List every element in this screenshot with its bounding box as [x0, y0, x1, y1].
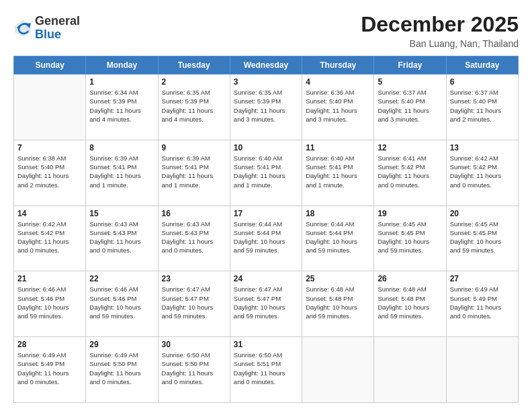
- day-info: Sunrise: 6:48 AMSunset: 5:48 PMDaylight:…: [378, 285, 442, 320]
- day-info: Sunrise: 6:47 AMSunset: 5:47 PMDaylight:…: [162, 285, 226, 320]
- calendar-cell: 25Sunrise: 6:48 AMSunset: 5:48 PMDayligh…: [302, 271, 374, 337]
- header-monday: Monday: [86, 56, 158, 75]
- calendar-cell: 14Sunrise: 6:42 AMSunset: 5:42 PMDayligh…: [14, 205, 86, 271]
- day-info: Sunrise: 6:49 AMSunset: 5:50 PMDaylight:…: [89, 351, 154, 386]
- day-info: Sunrise: 6:37 AMSunset: 5:40 PMDaylight:…: [450, 88, 515, 124]
- day-number: 13: [450, 143, 515, 152]
- day-info: Sunrise: 6:42 AMSunset: 5:42 PMDaylight:…: [17, 220, 82, 255]
- day-number: 27: [450, 274, 515, 283]
- day-info: Sunrise: 6:48 AMSunset: 5:48 PMDaylight:…: [306, 285, 370, 320]
- day-info: Sunrise: 6:43 AMSunset: 5:43 PMDaylight:…: [89, 220, 154, 255]
- day-number: 12: [378, 143, 442, 152]
- day-number: 21: [17, 274, 82, 283]
- day-info: Sunrise: 6:49 AMSunset: 5:49 PMDaylight:…: [450, 285, 515, 320]
- calendar-cell: 7Sunrise: 6:38 AMSunset: 5:40 PMDaylight…: [14, 140, 86, 205]
- logo-icon: [13, 19, 32, 38]
- day-info: Sunrise: 6:37 AMSunset: 5:40 PMDaylight:…: [378, 88, 442, 124]
- calendar-cell: 12Sunrise: 6:41 AMSunset: 5:42 PMDayligh…: [374, 140, 446, 205]
- calendar-cell: 1Sunrise: 6:34 AMSunset: 5:39 PMDaylight…: [86, 75, 158, 140]
- calendar-week-2: 7Sunrise: 6:38 AMSunset: 5:40 PMDaylight…: [14, 140, 519, 205]
- logo-blue: Blue: [35, 28, 61, 41]
- calendar-table: Sunday Monday Tuesday Wednesday Thursday…: [13, 56, 519, 403]
- day-number: 5: [378, 77, 442, 87]
- header-saturday: Saturday: [446, 56, 518, 75]
- day-number: 30: [162, 340, 226, 349]
- calendar-week-4: 21Sunrise: 6:46 AMSunset: 5:46 PMDayligh…: [14, 271, 519, 337]
- calendar-cell: 28Sunrise: 6:49 AMSunset: 5:49 PMDayligh…: [14, 337, 86, 403]
- calendar-cell: 22Sunrise: 6:46 AMSunset: 5:46 PMDayligh…: [86, 271, 158, 337]
- calendar-cell: 20Sunrise: 6:45 AMSunset: 5:45 PMDayligh…: [446, 205, 518, 271]
- calendar-week-1: 1Sunrise: 6:34 AMSunset: 5:39 PMDaylight…: [14, 75, 519, 140]
- day-info: Sunrise: 6:50 AMSunset: 5:51 PMDaylight:…: [234, 351, 298, 386]
- calendar-cell: 17Sunrise: 6:44 AMSunset: 5:44 PMDayligh…: [230, 205, 302, 271]
- day-number: 1: [89, 77, 154, 87]
- logo-general: General: [35, 14, 80, 28]
- calendar-cell: 30Sunrise: 6:50 AMSunset: 5:50 PMDayligh…: [158, 337, 230, 403]
- calendar-cell: 2Sunrise: 6:35 AMSunset: 5:39 PMDaylight…: [158, 75, 230, 140]
- calendar-cell: 10Sunrise: 6:40 AMSunset: 5:41 PMDayligh…: [230, 140, 302, 205]
- day-info: Sunrise: 6:44 AMSunset: 5:44 PMDaylight:…: [234, 220, 298, 255]
- logo-text: General Blue: [35, 15, 80, 42]
- day-info: Sunrise: 6:35 AMSunset: 5:39 PMDaylight:…: [162, 88, 226, 124]
- header-sunday: Sunday: [14, 56, 86, 75]
- day-info: Sunrise: 6:44 AMSunset: 5:44 PMDaylight:…: [306, 220, 370, 255]
- day-number: 7: [17, 143, 82, 152]
- day-info: Sunrise: 6:50 AMSunset: 5:50 PMDaylight:…: [162, 351, 226, 386]
- calendar-week-3: 14Sunrise: 6:42 AMSunset: 5:42 PMDayligh…: [14, 205, 519, 271]
- day-number: 24: [234, 274, 298, 283]
- page: General Blue December 2025 Ban Luang, Na…: [0, 0, 532, 411]
- header-wednesday: Wednesday: [230, 56, 302, 75]
- calendar-cell: 18Sunrise: 6:44 AMSunset: 5:44 PMDayligh…: [302, 205, 374, 271]
- day-number: 8: [89, 143, 154, 152]
- calendar-cell: [446, 337, 518, 403]
- calendar-cell: 4Sunrise: 6:36 AMSunset: 5:40 PMDaylight…: [302, 75, 374, 140]
- calendar-cell: 24Sunrise: 6:47 AMSunset: 5:47 PMDayligh…: [230, 271, 302, 337]
- calendar-cell: 5Sunrise: 6:37 AMSunset: 5:40 PMDaylight…: [374, 75, 446, 140]
- day-info: Sunrise: 6:49 AMSunset: 5:49 PMDaylight:…: [17, 351, 82, 386]
- calendar-cell: 16Sunrise: 6:43 AMSunset: 5:43 PMDayligh…: [158, 205, 230, 271]
- day-info: Sunrise: 6:34 AMSunset: 5:39 PMDaylight:…: [89, 88, 154, 124]
- calendar-cell: 19Sunrise: 6:45 AMSunset: 5:45 PMDayligh…: [374, 205, 446, 271]
- calendar-cell: [302, 337, 374, 403]
- calendar-header-row: Sunday Monday Tuesday Wednesday Thursday…: [14, 56, 519, 75]
- day-number: 2: [162, 77, 226, 87]
- day-number: 31: [234, 340, 298, 349]
- day-number: 25: [306, 274, 370, 283]
- day-number: 22: [89, 274, 154, 283]
- day-info: Sunrise: 6:45 AMSunset: 5:45 PMDaylight:…: [450, 220, 515, 255]
- day-number: 16: [162, 209, 226, 218]
- calendar-cell: 26Sunrise: 6:48 AMSunset: 5:48 PMDayligh…: [374, 271, 446, 337]
- day-info: Sunrise: 6:39 AMSunset: 5:41 PMDaylight:…: [162, 154, 226, 189]
- day-number: 17: [234, 209, 298, 218]
- day-number: 19: [378, 209, 442, 218]
- day-info: Sunrise: 6:38 AMSunset: 5:40 PMDaylight:…: [17, 154, 82, 189]
- day-info: Sunrise: 6:40 AMSunset: 5:41 PMDaylight:…: [234, 154, 298, 189]
- calendar-cell: [14, 75, 86, 140]
- day-info: Sunrise: 6:36 AMSunset: 5:40 PMDaylight:…: [306, 88, 370, 124]
- day-number: 14: [17, 209, 82, 218]
- day-number: 15: [89, 209, 154, 218]
- day-number: 3: [234, 77, 298, 87]
- day-info: Sunrise: 6:43 AMSunset: 5:43 PMDaylight:…: [162, 220, 226, 255]
- header: General Blue December 2025 Ban Luang, Na…: [13, 12, 519, 49]
- day-number: 10: [234, 143, 298, 152]
- calendar-cell: [374, 337, 446, 403]
- month-title: December 2025: [361, 12, 519, 37]
- header-thursday: Thursday: [302, 56, 374, 75]
- day-number: 28: [17, 340, 82, 349]
- day-info: Sunrise: 6:45 AMSunset: 5:45 PMDaylight:…: [378, 220, 442, 255]
- day-info: Sunrise: 6:42 AMSunset: 5:42 PMDaylight:…: [450, 154, 515, 189]
- header-tuesday: Tuesday: [158, 56, 230, 75]
- calendar-cell: 11Sunrise: 6:40 AMSunset: 5:41 PMDayligh…: [302, 140, 374, 205]
- day-number: 18: [306, 209, 370, 218]
- day-info: Sunrise: 6:39 AMSunset: 5:41 PMDaylight:…: [89, 154, 154, 189]
- calendar-cell: 9Sunrise: 6:39 AMSunset: 5:41 PMDaylight…: [158, 140, 230, 205]
- day-info: Sunrise: 6:46 AMSunset: 5:46 PMDaylight:…: [89, 285, 154, 320]
- header-friday: Friday: [374, 56, 446, 75]
- calendar-cell: 29Sunrise: 6:49 AMSunset: 5:50 PMDayligh…: [86, 337, 158, 403]
- day-number: 6: [450, 77, 515, 87]
- day-number: 26: [378, 274, 442, 283]
- calendar-cell: 23Sunrise: 6:47 AMSunset: 5:47 PMDayligh…: [158, 271, 230, 337]
- day-number: 23: [162, 274, 226, 283]
- calendar-cell: 13Sunrise: 6:42 AMSunset: 5:42 PMDayligh…: [446, 140, 518, 205]
